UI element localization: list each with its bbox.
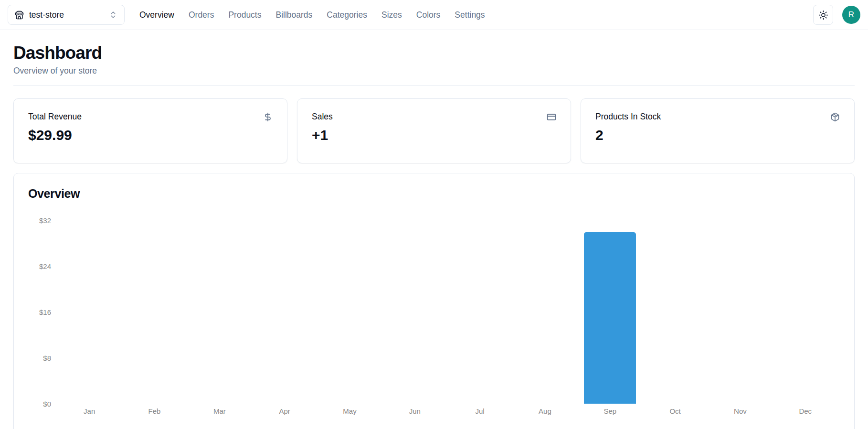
stat-card-products-in-stock: Products In Stock 2	[581, 98, 855, 163]
page-title: Dashboard	[13, 43, 855, 64]
stat-value: +1	[312, 127, 556, 143]
x-axis-label: Nov	[708, 407, 773, 415]
stat-value: 2	[595, 127, 840, 143]
y-axis-tick: $0	[43, 400, 51, 408]
bar-slot-jun	[382, 220, 447, 404]
x-axis-label: Dec	[773, 407, 838, 415]
chart-plot	[57, 220, 838, 404]
x-axis-label: Apr	[252, 407, 317, 415]
stat-card-sales: Sales +1	[297, 98, 571, 163]
bar-slot-may	[317, 220, 382, 404]
sun-icon	[818, 10, 828, 20]
dollar-sign-icon	[263, 112, 273, 122]
separator	[13, 86, 855, 86]
chart-plot-column: JanFebMarAprMayJunJulAugSepOctNovDec	[57, 220, 840, 415]
stat-value: $29.99	[28, 127, 273, 143]
bar-slot-feb	[122, 220, 187, 404]
x-axis-label: Sep	[578, 407, 643, 415]
y-axis-tick: $8	[43, 354, 51, 362]
bar-slot-dec	[773, 220, 838, 404]
y-axis-tick: $16	[39, 308, 51, 316]
nav-item-categories[interactable]: Categories	[327, 10, 367, 20]
nav-item-products[interactable]: Products	[228, 10, 261, 20]
bar-slot-oct	[643, 220, 708, 404]
chart-title: Overview	[28, 187, 840, 201]
navbar-actions: R	[813, 5, 860, 25]
bar-slot-apr	[252, 220, 317, 404]
credit-card-icon	[547, 112, 556, 122]
page-subtitle: Overview of your store	[13, 66, 855, 76]
stats-row: Total Revenue $29.99 Sales +1	[13, 98, 855, 163]
stat-label: Products In Stock	[595, 112, 661, 122]
bar-slot-mar	[187, 220, 252, 404]
chart-x-axis: JanFebMarAprMayJunJulAugSepOctNovDec	[57, 407, 838, 415]
chevrons-up-down-icon	[109, 11, 117, 19]
dashboard-page: test-store Overview Orders Products Bill…	[0, 0, 868, 429]
bar-slot-sep	[578, 220, 643, 404]
bar-slot-jul	[447, 220, 512, 404]
main-content: Dashboard Overview of your store Total R…	[0, 30, 868, 429]
main-nav: Overview Orders Products Billboards Cate…	[139, 10, 485, 20]
x-axis-label: May	[317, 407, 382, 415]
stat-card-total-revenue: Total Revenue $29.99	[13, 98, 287, 163]
nav-item-overview[interactable]: Overview	[139, 10, 174, 20]
y-axis-tick: $24	[39, 262, 51, 270]
x-axis-label: Aug	[512, 407, 577, 415]
bar-slot-nov	[708, 220, 773, 404]
bar-sep	[584, 232, 636, 404]
store-switcher[interactable]: test-store	[8, 5, 125, 25]
store-switcher-label: test-store	[29, 10, 64, 20]
x-axis-label: Jan	[57, 407, 122, 415]
navbar: test-store Overview Orders Products Bill…	[0, 0, 868, 30]
bar-slot-aug	[512, 220, 577, 404]
nav-item-billboards[interactable]: Billboards	[275, 10, 312, 20]
chart-y-axis: $0$8$16$24$32	[28, 220, 57, 404]
stat-label: Total Revenue	[28, 112, 82, 122]
x-axis-label: Oct	[643, 407, 708, 415]
x-axis-label: Jun	[382, 407, 447, 415]
x-axis-label: Mar	[187, 407, 252, 415]
nav-item-colors[interactable]: Colors	[416, 10, 441, 20]
package-icon	[830, 112, 840, 122]
avatar[interactable]: R	[842, 6, 860, 24]
nav-item-sizes[interactable]: Sizes	[381, 10, 402, 20]
y-axis-tick: $32	[39, 216, 51, 225]
stat-label: Sales	[312, 112, 333, 122]
x-axis-label: Jul	[447, 407, 512, 415]
theme-toggle-button[interactable]	[813, 5, 833, 25]
nav-item-orders[interactable]: Orders	[189, 10, 214, 20]
x-axis-label: Feb	[122, 407, 187, 415]
revenue-bar-chart: $0$8$16$24$32 JanFebMarAprMayJunJulAugSe…	[28, 220, 840, 415]
store-icon	[15, 11, 24, 20]
nav-item-settings[interactable]: Settings	[455, 10, 485, 20]
overview-chart-card: Overview $0$8$16$24$32 JanFebMarAprMayJu…	[13, 173, 855, 429]
bar-slot-jan	[57, 220, 122, 404]
